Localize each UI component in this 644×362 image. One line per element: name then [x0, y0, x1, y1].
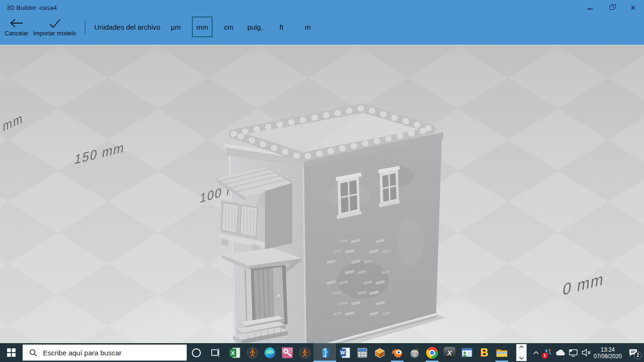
taskbar-word-icon[interactable]: W	[336, 343, 354, 362]
unit-button-ft[interactable]: ft	[271, 16, 292, 37]
minimize-button[interactable]	[579, 0, 601, 15]
volume-muted-icon	[581, 348, 591, 357]
network-button[interactable]	[567, 343, 579, 362]
checkmark-icon	[49, 18, 61, 28]
taskbar-gimp-icon[interactable]	[406, 343, 423, 362]
onedrive-button[interactable]	[554, 343, 567, 362]
unit-button-mm[interactable]: mm	[192, 16, 213, 37]
search-icon	[29, 349, 37, 357]
taskbar-orange-figure-icon[interactable]	[244, 343, 261, 362]
system-tray: 1 13:24 07/09/2020	[531, 343, 644, 362]
hidden-icons-button[interactable]	[531, 343, 541, 362]
unit-buttons: μmmmcmpulg.ftm	[163, 16, 321, 37]
toolbar-separator	[85, 20, 85, 34]
unit-button-cm[interactable]: cm	[218, 16, 239, 37]
back-arrow-icon	[9, 18, 24, 28]
task-view-icon	[211, 348, 221, 357]
scroll-up-icon[interactable]	[519, 346, 524, 348]
svg-text:W: W	[340, 350, 345, 355]
window-controls: ✕	[579, 0, 644, 15]
clock[interactable]: 13:24 07/09/2020	[592, 343, 623, 362]
title-bar: 3D Builder -casa4 ✕	[0, 0, 644, 15]
taskbar-scroll[interactable]	[516, 344, 527, 361]
viewport-3d[interactable]: mm150 mm100 mm0 mm	[0, 45, 644, 343]
search-placeholder: Escribe aquí para buscar	[43, 349, 122, 357]
taskbar-b-app-icon[interactable]: B	[476, 343, 493, 362]
unit-button-μm[interactable]: μm	[165, 16, 186, 37]
taskbar-person-doc-icon[interactable]	[458, 343, 476, 362]
cancel-label: Cancelar	[5, 30, 28, 37]
restore-button[interactable]	[601, 0, 622, 15]
start-button[interactable]	[0, 343, 23, 362]
toolbar: Cancelar Importar modelo Unidades del ar…	[0, 15, 644, 45]
svg-text:X: X	[231, 350, 235, 355]
house-model[interactable]	[207, 101, 453, 343]
taskbar-x-app-icon[interactable]: X	[441, 343, 458, 362]
cortana-icon	[192, 348, 201, 357]
minimize-icon	[587, 8, 593, 9]
taskbar-orange-figure-2-icon[interactable]	[296, 343, 314, 362]
update-badge: 1	[542, 353, 548, 359]
task-view-button[interactable]	[206, 343, 226, 362]
scroll-down-icon[interactable]	[519, 357, 524, 360]
taskbar-blender-icon[interactable]	[388, 343, 406, 362]
chevron-up-icon	[533, 351, 539, 354]
taskbar-apps: XWXB	[226, 343, 511, 362]
units-label: Unidades del archivo	[94, 23, 160, 31]
taskbar-file-explorer-icon[interactable]	[493, 343, 511, 362]
floor-label: 150 mm	[74, 140, 126, 168]
windows-logo-icon	[7, 348, 16, 357]
taskbar-edge-icon[interactable]	[261, 343, 279, 362]
taskbar-orange-cube-icon[interactable]	[371, 343, 388, 362]
action-center-button[interactable]: 2	[623, 343, 643, 362]
taskbar-pink-key-icon[interactable]	[279, 343, 296, 362]
update-tray-button[interactable]: 1	[541, 343, 554, 362]
network-icon	[568, 348, 578, 357]
taskbar-3d-builder-icon[interactable]	[314, 343, 336, 362]
import-model-button[interactable]: Importar modelo	[31, 18, 78, 37]
onedrive-cloud-icon	[555, 349, 566, 356]
floor-label: 0 mm	[562, 269, 605, 299]
taskbar-chrome-icon[interactable]	[423, 343, 441, 362]
close-button[interactable]: ✕	[622, 0, 644, 15]
taskbar-excel-icon[interactable]: X	[226, 343, 244, 362]
unit-button-pulg[interactable]: pulg.	[245, 16, 265, 37]
time-text: 13:24	[601, 346, 615, 353]
taskbar: Escribe aquí para buscar XWXB 1	[0, 343, 644, 362]
close-icon: ✕	[630, 4, 636, 11]
volume-button[interactable]	[579, 343, 592, 362]
date-text: 07/09/2020	[594, 353, 622, 360]
restore-icon	[610, 6, 614, 10]
floor-label: mm	[2, 110, 23, 135]
unit-button-m[interactable]: m	[297, 16, 318, 37]
search-input[interactable]: Escribe aquí para buscar	[23, 345, 187, 361]
notification-badge: 2	[634, 352, 642, 359]
cancel-button[interactable]: Cancelar	[3, 18, 30, 37]
cortana-button[interactable]	[187, 343, 206, 362]
taskbar-calculator-icon[interactable]	[354, 343, 371, 362]
window-title: 3D Builder -casa4	[0, 4, 57, 11]
import-label: Importar modelo	[33, 30, 76, 37]
